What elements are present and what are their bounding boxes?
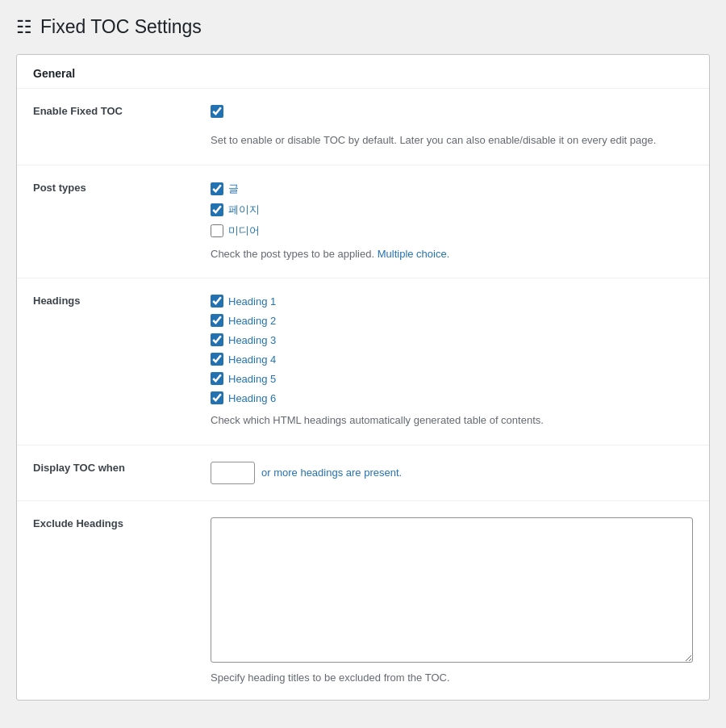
post-type-media-label: 미디어 [228, 224, 260, 238]
heading-3-row: Heading 3 [211, 333, 693, 346]
display-toc-when-suffix-text: or more headings are present. [261, 467, 402, 479]
post-types-label: Post types [17, 165, 194, 278]
heading-2-label: Heading 2 [228, 315, 276, 327]
toc-icon: ☷ [16, 17, 32, 38]
page-title: ☷ Fixed TOC Settings [16, 16, 710, 38]
heading-1-checkbox[interactable] [211, 295, 223, 308]
display-toc-when-suffix: or more headings are present. [261, 467, 402, 479]
heading-1-row: Heading 1 [211, 295, 693, 308]
heading-4-label: Heading 4 [228, 354, 276, 366]
exclude-headings-description: Specify heading titles to be excluded fr… [211, 672, 693, 684]
post-type-post-label: 글 [228, 182, 239, 196]
enable-fixed-toc-row: Enable Fixed TOC Set to enable or disabl… [17, 89, 709, 165]
heading-5-checkbox[interactable] [211, 372, 223, 385]
display-toc-when-row: Display TOC when or more headings are pr… [17, 445, 709, 500]
enable-fixed-toc-content: Set to enable or disable TOC by default.… [194, 89, 709, 165]
post-type-post-checkbox[interactable] [211, 182, 223, 195]
headings-label: Headings [17, 278, 194, 446]
post-types-description-text: Check the post types to be applied. [211, 248, 374, 260]
post-type-media-row: 미디어 [211, 224, 693, 238]
exclude-headings-label: Exclude Headings [17, 500, 194, 700]
enable-fixed-toc-description: Set to enable or disable TOC by default.… [211, 132, 693, 149]
heading-1-label: Heading 1 [228, 295, 276, 308]
post-type-page-label: 페이지 [228, 203, 260, 217]
post-type-media-checkbox[interactable] [211, 224, 223, 237]
display-toc-when-input[interactable] [211, 462, 255, 484]
enable-fixed-toc-label: Enable Fixed TOC [17, 89, 194, 165]
post-type-page-row: 페이지 [211, 203, 693, 217]
post-type-post-row: 글 [211, 182, 693, 196]
heading-3-label: Heading 3 [228, 334, 276, 346]
heading-4-checkbox[interactable] [211, 353, 223, 366]
heading-5-row: Heading 5 [211, 372, 693, 385]
post-types-description-link: Multiple choice. [378, 248, 450, 260]
heading-4-row: Heading 4 [211, 353, 693, 366]
page-wrapper: ☷ Fixed TOC Settings General Enable Fixe… [0, 0, 726, 728]
headings-row: Headings Heading 1 Heading 2 Heading 3 [17, 278, 709, 446]
exclude-headings-row: Exclude Headings Specify heading titles … [17, 500, 709, 700]
page-title-text: Fixed TOC Settings [40, 16, 202, 38]
display-toc-when-field-row: or more headings are present. [211, 462, 693, 484]
heading-2-checkbox[interactable] [211, 314, 223, 327]
heading-5-label: Heading 5 [228, 373, 276, 385]
exclude-headings-textarea[interactable] [211, 517, 693, 663]
settings-table: Enable Fixed TOC Set to enable or disabl… [17, 89, 709, 700]
heading-6-row: Heading 6 [211, 391, 693, 404]
display-toc-when-content: or more headings are present. [194, 445, 709, 500]
exclude-headings-content: Specify heading titles to be excluded fr… [194, 500, 709, 700]
settings-container: General Enable Fixed TOC Set to enable o… [16, 54, 710, 701]
post-types-description: Check the post types to be applied. Mult… [211, 246, 693, 262]
heading-3-checkbox[interactable] [211, 333, 223, 346]
display-toc-when-label: Display TOC when [17, 445, 194, 500]
heading-2-row: Heading 2 [211, 314, 693, 327]
post-types-row: Post types 글 페이지 미디어 Check [17, 165, 709, 278]
headings-content: Heading 1 Heading 2 Heading 3 Heading 4 [194, 278, 709, 446]
section-title: General [17, 55, 709, 89]
heading-6-checkbox[interactable] [211, 391, 223, 404]
enable-fixed-toc-checkbox[interactable] [211, 105, 223, 118]
post-type-page-checkbox[interactable] [211, 203, 223, 216]
post-types-content: 글 페이지 미디어 Check the post types to be app… [194, 165, 709, 278]
heading-6-label: Heading 6 [228, 392, 276, 404]
headings-description: Check which HTML headings automatically … [211, 412, 693, 429]
